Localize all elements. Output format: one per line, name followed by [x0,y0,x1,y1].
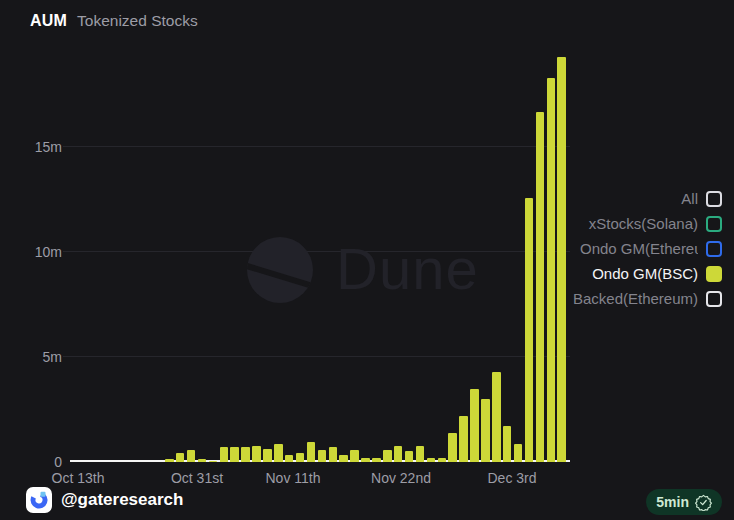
bar [536,112,545,462]
legend-item-label: All [681,190,698,207]
bar [209,461,218,462]
bar [241,447,250,462]
legend-item-ondo-gm-bsc[interactable]: Ondo GM(BSC) [573,261,722,286]
legend-item-label: xStocks(Solana) [589,215,698,232]
bar [187,450,196,462]
bar [329,447,338,462]
bar [220,447,229,462]
x-axis-label: Oct 13th [52,470,105,486]
plot-area[interactable] [45,55,570,462]
bar [383,450,392,462]
x-axis-label: Oct 31st [171,470,223,486]
bar [198,459,207,462]
bar [165,459,174,462]
bar [176,453,185,462]
legend-item-xstocks-solana[interactable]: xStocks(Solana) [573,211,722,236]
bar [481,399,490,462]
bar [547,78,556,462]
legend: AllxStocks(Solana)Ondo GM(Ethereum)Ondo … [573,186,722,311]
bar [274,444,283,462]
gate-logo-icon [26,487,52,513]
bar [448,433,457,462]
bar [307,442,316,462]
attribution: @gateresearch [26,487,183,513]
bar [492,372,501,462]
bar [339,455,348,462]
legend-swatch-icon [706,291,722,307]
bar [285,455,294,462]
legend-swatch-icon [706,241,722,257]
bar [361,458,370,462]
bar [416,446,425,462]
bar [427,458,436,462]
chart-subtitle: Tokenized Stocks [77,12,198,30]
bar [350,450,359,462]
bar [459,416,468,462]
x-axis-label: Nov 22nd [371,470,431,486]
bar [296,453,305,462]
verified-check-icon [695,494,712,511]
bar [230,447,239,462]
bar [525,198,534,462]
bar [252,446,261,462]
legend-swatch-icon [706,191,722,207]
bar [394,446,403,462]
bar [372,458,381,462]
bar [470,389,479,462]
legend-item-all[interactable]: All [573,186,722,211]
legend-item-label: Backed(Ethereum) [573,290,698,307]
bar [318,450,327,462]
bar [263,449,272,462]
legend-item-backed-ethereum[interactable]: Backed(Ethereum) [573,286,722,311]
legend-item-label: Ondo GM(Ethereum) [580,240,698,257]
time-badge: 5min [646,489,722,515]
legend-swatch-icon [706,216,722,232]
chart-header: AUM Tokenized Stocks [30,12,198,30]
bar [514,444,523,462]
bar [557,57,566,462]
dune-chart-card: AUM Tokenized Stocks Dune 05m10m15m Oct … [0,0,734,520]
author-handle: @gateresearch [61,490,183,510]
bar [405,451,414,462]
bar [438,458,447,462]
time-badge-label: 5min [656,494,689,510]
legend-swatch-icon [706,266,722,282]
legend-item-label: Ondo GM(BSC) [592,265,698,282]
bar [503,426,512,462]
x-axis-label: Dec 3rd [487,470,536,486]
legend-item-ondo-gm-ethereum[interactable]: Ondo GM(Ethereum) [573,236,722,261]
chart-title: AUM [30,12,67,30]
x-axis-label: Nov 11th [266,470,321,486]
